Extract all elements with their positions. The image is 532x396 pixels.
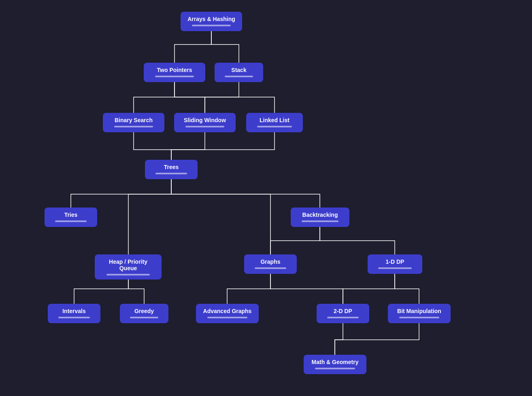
node-label-tries: Tries bbox=[64, 212, 78, 218]
node-tries[interactable]: Tries bbox=[45, 208, 97, 227]
node-bit_manipulation[interactable]: Bit Manipulation bbox=[388, 304, 451, 323]
progress-bar-sliding_window bbox=[185, 126, 224, 127]
node-label-two_d_dp: 2-D DP bbox=[334, 308, 352, 314]
node-two_pointers[interactable]: Two Pointers bbox=[144, 63, 205, 82]
node-arrays_hashing[interactable]: Arrays & Hashing bbox=[181, 12, 242, 31]
progress-bar-greedy bbox=[130, 317, 158, 318]
progress-bar-stack bbox=[225, 76, 253, 77]
progress-bar-arrays_hashing bbox=[192, 25, 231, 26]
node-label-heap_pq: Heap / Priority Queue bbox=[101, 258, 155, 271]
node-trees[interactable]: Trees bbox=[145, 160, 198, 179]
node-label-one_d_dp: 1-D DP bbox=[386, 258, 404, 265]
progress-bar-binary_search bbox=[114, 126, 153, 127]
node-label-graphs: Graphs bbox=[260, 258, 280, 265]
progress-bar-backtracking bbox=[302, 220, 338, 222]
node-heap_pq[interactable]: Heap / Priority Queue bbox=[95, 254, 162, 280]
node-advanced_graphs[interactable]: Advanced Graphs bbox=[196, 304, 259, 323]
node-backtracking[interactable]: Backtracking bbox=[291, 208, 349, 227]
node-label-arrays_hashing: Arrays & Hashing bbox=[187, 16, 235, 22]
node-label-stack: Stack bbox=[231, 67, 246, 73]
progress-bar-bit_manipulation bbox=[399, 317, 439, 318]
node-label-bit_manipulation: Bit Manipulation bbox=[397, 308, 441, 314]
node-greedy[interactable]: Greedy bbox=[120, 304, 168, 323]
node-label-advanced_graphs: Advanced Graphs bbox=[203, 308, 252, 314]
progress-bar-one_d_dp bbox=[378, 267, 411, 269]
node-two_d_dp[interactable]: 2-D DP bbox=[317, 304, 369, 323]
node-label-math_geometry: Math & Geometry bbox=[312, 359, 359, 365]
progress-bar-two_d_dp bbox=[327, 317, 359, 318]
progress-bar-intervals bbox=[58, 317, 90, 318]
connections-svg bbox=[0, 0, 532, 396]
progress-bar-advanced_graphs bbox=[207, 317, 247, 318]
node-sliding_window[interactable]: Sliding Window bbox=[174, 113, 236, 132]
node-math_geometry[interactable]: Math & Geometry bbox=[304, 355, 366, 374]
node-label-binary_search: Binary Search bbox=[115, 117, 153, 123]
node-intervals[interactable]: Intervals bbox=[48, 304, 100, 323]
node-label-greedy: Greedy bbox=[134, 308, 154, 314]
progress-bar-tries bbox=[55, 220, 87, 222]
node-label-trees: Trees bbox=[164, 164, 179, 170]
node-label-linked_list: Linked List bbox=[260, 117, 289, 123]
progress-bar-math_geometry bbox=[315, 368, 355, 369]
node-one_d_dp[interactable]: 1-D DP bbox=[368, 254, 422, 274]
node-binary_search[interactable]: Binary Search bbox=[103, 113, 164, 132]
node-stack[interactable]: Stack bbox=[215, 63, 263, 82]
node-label-sliding_window: Sliding Window bbox=[184, 117, 226, 123]
node-label-intervals: Intervals bbox=[62, 308, 86, 314]
node-label-two_pointers: Two Pointers bbox=[157, 67, 192, 73]
node-graphs[interactable]: Graphs bbox=[244, 254, 297, 274]
progress-bar-two_pointers bbox=[155, 76, 194, 77]
progress-bar-graphs bbox=[255, 267, 286, 269]
progress-bar-heap_pq bbox=[106, 274, 149, 275]
node-linked_list[interactable]: Linked List bbox=[246, 113, 303, 132]
progress-bar-linked_list bbox=[257, 126, 292, 127]
progress-bar-trees bbox=[155, 173, 187, 174]
node-label-backtracking: Backtracking bbox=[302, 212, 338, 218]
